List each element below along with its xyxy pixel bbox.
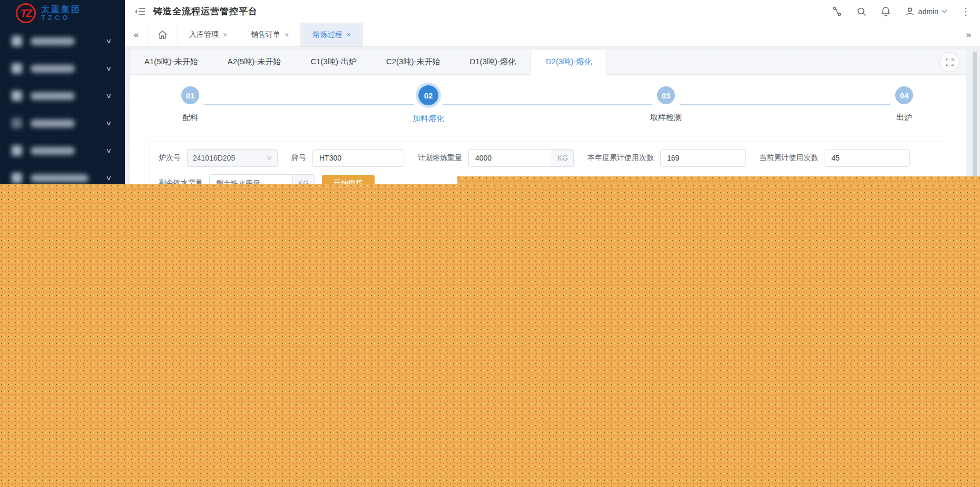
top-header: 铸造全流程运营管控平台 admin — [125, 0, 980, 23]
step-connector — [204, 104, 414, 105]
current-usage-count-input[interactable] — [825, 149, 910, 167]
furnace-tab-a2[interactable]: A2(5吨)-未开始 — [213, 49, 296, 74]
chevron-down-icon: ∨ — [105, 174, 112, 182]
step-label: 配料 — [148, 113, 232, 123]
chevron-down-icon — [942, 9, 947, 13]
tab-sales-orders[interactable]: 销售订单 × — [239, 23, 301, 46]
furnace-tab-c2[interactable]: C2(3吨)-未开始 — [371, 49, 455, 74]
step-tapping: 04 出炉 — [862, 75, 946, 123]
logo-company-name: 太重集团 — [41, 5, 81, 14]
guide-icon[interactable] — [832, 6, 842, 17]
home-icon[interactable] — [148, 23, 178, 46]
tabs-scroll-right-icon[interactable]: » — [957, 23, 980, 46]
chevron-down-icon: ∨ — [105, 37, 112, 45]
more-icon[interactable]: ⋮ — [961, 7, 971, 16]
app-logo[interactable]: TZ 太重集团 TZCO — [0, 0, 125, 26]
fullscreen-icon[interactable] — [939, 52, 959, 72]
form-row-1: 炉次号 241016D205 ∨ 牌号 计划熔炼重量 KG 本年度累计使用次数 … — [159, 149, 937, 167]
menu-icon — [12, 118, 22, 128]
sidebar-item-redacted-2[interactable]: ∨ — [0, 55, 125, 82]
sidebar-item-redacted-4[interactable]: ∨ — [0, 110, 125, 137]
menu-icon — [12, 91, 22, 101]
tab-label: 销售订单 — [251, 30, 280, 39]
menu-label-redacted — [31, 120, 75, 127]
user-name: admin — [918, 7, 938, 16]
menu-icon — [12, 63, 22, 74]
sidebar-item-redacted-3[interactable]: ∨ — [0, 82, 125, 110]
grade-label: 牌号 — [291, 153, 306, 163]
sidebar-collapse-icon[interactable] — [133, 5, 147, 18]
step-connector — [680, 104, 890, 105]
step-label: 取样检测 — [624, 113, 708, 123]
menu-label-redacted — [31, 65, 75, 73]
step-number: 01 — [181, 86, 199, 104]
furnace-tabs: A1(5吨)-未开始 A2(5吨)-未开始 C1(3吨)-出炉 C2(3吨)-未… — [130, 49, 966, 75]
menu-icon — [12, 36, 22, 46]
step-batching: 01 配料 — [148, 75, 232, 123]
chevron-down-icon: ∨ — [105, 92, 112, 100]
route-tabbar: « 入库管理 × 销售订单 × 熔炼过程 × » — [125, 23, 980, 47]
chevron-down-icon: ∨ — [105, 147, 112, 154]
furnace-tab-a1[interactable]: A1(5吨)-未开始 — [130, 49, 213, 74]
planned-melt-weight-input[interactable] — [468, 149, 552, 167]
planned-melt-weight-group: KG — [468, 149, 574, 167]
chevron-down-icon: ∨ — [105, 120, 112, 127]
furnace-tab-c1[interactable]: C1(3吨)-出炉 — [296, 49, 371, 74]
menu-icon — [12, 173, 22, 183]
planned-melt-weight-label: 计划熔炼重量 — [418, 153, 462, 163]
menu-label-redacted — [31, 92, 75, 100]
sidebar-item-redacted-1[interactable]: ∨ — [0, 27, 125, 55]
tab-label: 熔炼过程 — [312, 30, 342, 39]
step-charging-melting: 02 加料熔化 — [386, 75, 471, 124]
redaction-overlay — [0, 184, 980, 487]
tab-label: 入库管理 — [189, 30, 219, 39]
step-connector — [443, 104, 652, 105]
tab-inbound-management[interactable]: 入库管理 × — [178, 23, 239, 46]
close-icon[interactable]: × — [285, 31, 289, 39]
kg-unit: KG — [552, 149, 574, 167]
step-label: 出炉 — [862, 113, 946, 123]
search-icon[interactable] — [856, 6, 867, 17]
step-label: 加料熔化 — [386, 114, 471, 124]
step-number: 02 — [418, 85, 438, 105]
menu-label-redacted — [31, 174, 89, 182]
step-number: 04 — [895, 86, 913, 104]
vertical-scrollbar[interactable] — [973, 52, 977, 177]
furnace-tab-d1[interactable]: D1(3吨)-熔化 — [455, 49, 531, 74]
close-icon[interactable]: × — [223, 31, 227, 39]
heat-number-value: 241016D205 — [193, 154, 235, 162]
yearly-usage-count-label: 本年度累计使用次数 — [587, 153, 654, 163]
step-number: 03 — [657, 86, 675, 104]
heat-number-select[interactable]: 241016D205 ∨ — [187, 149, 278, 167]
logo-company-abbr: TZCO — [41, 14, 81, 22]
menu-label-redacted — [31, 37, 75, 45]
bell-icon[interactable] — [880, 6, 891, 17]
yearly-usage-count-input[interactable] — [660, 149, 746, 167]
page-title: 铸造全流程运营管控平台 — [153, 5, 258, 17]
redaction-overlay — [457, 176, 980, 185]
step-sampling-test: 03 取样检测 — [624, 75, 708, 123]
current-usage-count-label: 当前累计使用次数 — [759, 153, 818, 163]
sidebar-item-redacted-5[interactable]: ∨ — [0, 137, 125, 164]
sidebar-menu: ∨ ∨ ∨ ∨ ∨ ∨ — [0, 26, 125, 192]
logo-tz-icon: TZ — [16, 3, 36, 23]
furnace-tab-d2[interactable]: D2(3吨)-熔化 — [531, 49, 607, 75]
chevron-down-icon: ∨ — [105, 65, 112, 72]
tab-melting-process[interactable]: 熔炼过程 × — [301, 23, 362, 46]
close-icon[interactable]: × — [346, 31, 350, 39]
menu-label-redacted — [31, 147, 75, 155]
grade-input[interactable] — [312, 149, 404, 167]
user-menu[interactable]: admin — [905, 6, 947, 17]
chevron-down-icon: ∨ — [266, 154, 273, 162]
heat-number-label: 炉次号 — [159, 153, 181, 163]
tabs-scroll-left-icon[interactable]: « — [125, 23, 148, 46]
menu-icon — [12, 145, 22, 156]
user-icon — [905, 6, 915, 17]
